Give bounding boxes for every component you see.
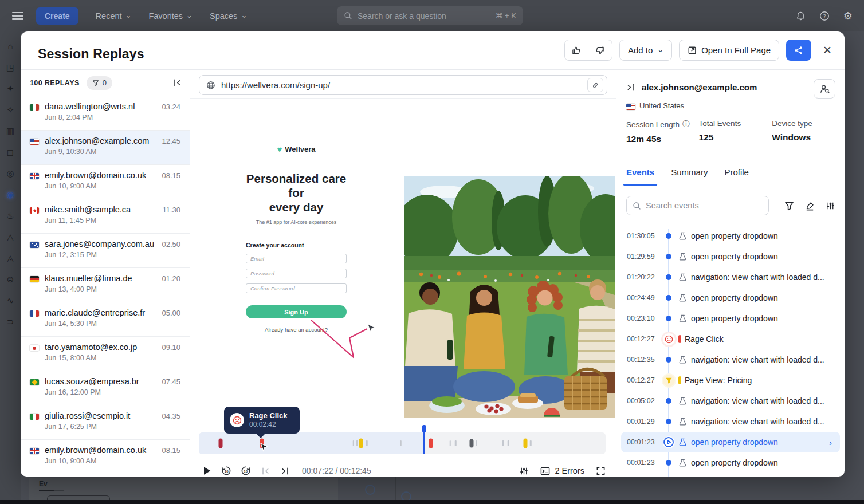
replay-list-item[interactable]: mike.smith@sample.ca Jun 11, 1:45 PM 11.… xyxy=(21,199,190,234)
play-button[interactable] xyxy=(199,463,215,477)
event-tick[interactable] xyxy=(356,440,358,446)
filter-events-icon[interactable] xyxy=(784,201,794,211)
close-icon[interactable]: ✕ xyxy=(823,44,832,57)
collapse-panel-icon[interactable] xyxy=(626,83,635,92)
replay-list-item[interactable]: taro.yamamoto@ex.co.jp Jun 15, 8:00 AM 0… xyxy=(21,337,190,371)
event-tick[interactable] xyxy=(508,440,509,446)
replay-list-item[interactable]: giulia.rossi@esempio.it Jun 17, 6:25 PM … xyxy=(21,405,190,440)
rewind-10-button[interactable]: 10 xyxy=(218,463,234,477)
tab-summary[interactable]: Summary xyxy=(671,167,708,186)
replay-list-item[interactable]: emily.brown@domain.co.uk Jun 10, 9:00 AM… xyxy=(21,440,190,474)
home-icon[interactable]: ⌂ xyxy=(5,42,16,50)
objects-icon[interactable]: ◳ xyxy=(5,63,16,72)
create-button[interactable]: Create xyxy=(36,7,78,25)
ai-sparkle-icon[interactable]: ✧ xyxy=(5,105,16,114)
event-row[interactable]: 00:01:23 open property dropdown xyxy=(616,452,845,473)
thumbs-down-button[interactable] xyxy=(588,40,612,61)
rage-click-marker[interactable] xyxy=(429,439,433,448)
replay-list-item[interactable]: alex.johnson@example.com Jun 9, 10:30 AM… xyxy=(21,131,190,165)
replay-list-item[interactable]: emily.brown@domain.co.uk Jun 10, 9:00 AM… xyxy=(21,165,190,199)
tooltip-title: Rage Click xyxy=(249,411,287,420)
event-tick[interactable] xyxy=(353,440,355,446)
view-user-profile-button[interactable] xyxy=(814,79,835,99)
data-icon[interactable]: ⊜ xyxy=(5,275,16,284)
share-button[interactable] xyxy=(786,40,811,61)
replay-list-item[interactable]: klaus.mueller@firma.de Jun 13, 4:00 PM 0… xyxy=(21,268,190,302)
skip-next-button[interactable] xyxy=(277,463,293,477)
session-user-email: alex.johnson@example.com xyxy=(642,82,757,92)
nav-spaces[interactable]: Spaces⌄ xyxy=(210,11,247,21)
replay-video-frame[interactable]: ♥Wellvera Personalized care forevery day… xyxy=(190,99,616,419)
help-icon[interactable]: ? xyxy=(819,11,830,21)
compass-icon[interactable]: ◬ xyxy=(5,254,16,262)
playback-settings-icon[interactable] xyxy=(519,466,529,476)
country-flag-icon xyxy=(30,310,39,317)
event-row[interactable]: 00:12:27 Page View: Pricing xyxy=(616,370,845,391)
tab-profile[interactable]: Profile xyxy=(724,167,749,186)
pulse-icon[interactable]: ∿ xyxy=(5,296,16,305)
open-full-page-button[interactable]: Open In Full Page xyxy=(679,40,779,61)
replay-icon[interactable]: ◉ xyxy=(5,190,16,199)
event-tick[interactable] xyxy=(400,440,402,446)
event-row[interactable]: 00:01:23 open property dropdown › xyxy=(621,432,840,452)
cursor-click-icon[interactable]: ✦ xyxy=(5,84,16,93)
event-label: Page View: Pricing xyxy=(685,376,752,385)
replay-datetime: Jun 16, 12:00 PM xyxy=(45,388,157,396)
experiment-flask-icon xyxy=(678,438,691,447)
replay-player-panel: https://wellvera.com/sign-up/ ♥Wellvera … xyxy=(190,70,616,477)
skip-previous-button[interactable] xyxy=(257,463,273,477)
hamburger-menu-icon[interactable] xyxy=(12,12,23,20)
replay-list-item[interactable]: dana.wellington@wrts.nl Jun 8, 2:04 PM 0… xyxy=(21,96,190,131)
event-tick[interactable] xyxy=(366,440,368,446)
replay-list-item[interactable]: marie.claude@entreprise.fr Jun 14, 5:30 … xyxy=(21,302,190,337)
replay-filter-pill[interactable]: 0 xyxy=(87,76,112,90)
settings-gear-icon[interactable]: ⚙ xyxy=(843,11,853,21)
event-row[interactable]: 01:29:59 open property dropdown xyxy=(616,246,845,267)
timeline-playhead[interactable] xyxy=(423,426,425,454)
event-tick[interactable] xyxy=(450,440,451,446)
console-errors-button[interactable]: 2 Errors xyxy=(540,466,584,476)
tab-events[interactable]: Events xyxy=(626,167,654,186)
fullscreen-icon[interactable] xyxy=(596,466,606,476)
event-row[interactable]: 00:23:10 open property dropdown xyxy=(616,308,845,329)
add-to-button[interactable]: Add to⌄ xyxy=(619,40,672,61)
screen-icon[interactable]: ◻ xyxy=(5,148,16,156)
users-icon[interactable]: ◎ xyxy=(5,169,16,178)
error-marker[interactable] xyxy=(219,439,223,448)
page-view-marker[interactable] xyxy=(524,439,528,448)
pipeline-icon[interactable]: ⊃ xyxy=(5,317,16,326)
nav-recent[interactable]: Recent⌄ xyxy=(96,11,132,21)
event-row[interactable]: 00:01:29 navigation: view chart with loa… xyxy=(616,411,845,432)
event-tick[interactable] xyxy=(530,440,532,446)
event-row[interactable]: 00:12:27 Rage Click xyxy=(616,329,845,349)
event-dot-icon xyxy=(666,295,671,301)
event-tick[interactable] xyxy=(476,440,478,446)
experiment-icon[interactable]: △ xyxy=(5,233,16,241)
forward-10-button[interactable]: 10 xyxy=(238,463,254,477)
thumbs-up-button[interactable] xyxy=(564,40,588,61)
copy-link-button[interactable] xyxy=(587,78,603,92)
replay-list-item[interactable]: lucas.souza@empresa.br Jun 16, 12:00 PM … xyxy=(21,371,190,405)
event-settings-icon[interactable] xyxy=(826,201,835,211)
nav-favorites[interactable]: Favorites⌄ xyxy=(148,11,193,21)
search-events-input[interactable]: Search events xyxy=(626,196,769,215)
info-icon[interactable]: ⓘ xyxy=(682,119,690,129)
event-tick[interactable] xyxy=(502,440,504,446)
replay-list-item[interactable]: sara.jones@company.com.au Jun 12, 3:15 P… xyxy=(21,234,190,268)
notifications-bell-icon[interactable] xyxy=(796,11,806,21)
experiment-flask-icon xyxy=(678,232,691,241)
total-events-value: 125 xyxy=(699,132,772,143)
charts-icon[interactable]: ▥ xyxy=(5,127,16,135)
global-search-input[interactable]: Search or ask a question ⌘ + K xyxy=(337,6,523,25)
event-row[interactable]: 00:05:02 navigation: view chart with loa… xyxy=(616,391,845,411)
event-row[interactable]: 01:30:05 open property dropdown xyxy=(616,226,845,246)
event-row[interactable]: 01:20:22 navigation: view chart with loa… xyxy=(616,267,845,288)
dead-click-marker[interactable] xyxy=(469,439,473,448)
highlight-events-icon[interactable] xyxy=(805,201,815,211)
collapse-panel-icon[interactable] xyxy=(173,78,182,87)
event-row[interactable]: 00:24:49 open property dropdown xyxy=(616,288,845,308)
event-row[interactable]: 00:12:35 navigation: view chart with loa… xyxy=(616,349,845,370)
flame-icon[interactable]: ♨ xyxy=(5,211,16,220)
event-tick[interactable] xyxy=(455,440,457,446)
page-view-marker[interactable] xyxy=(359,439,363,448)
